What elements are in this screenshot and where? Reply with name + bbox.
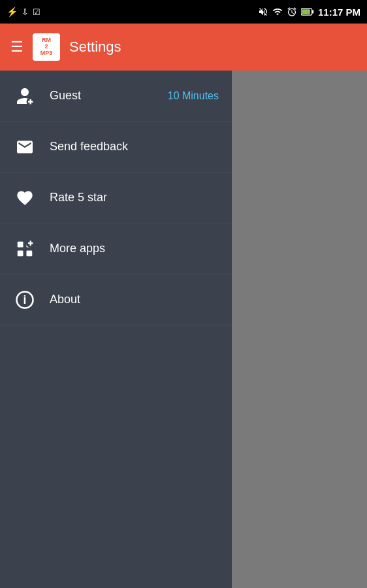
right-panel xyxy=(232,71,367,588)
status-bar: ⚡ ⇩ ☑ 11:17 PM xyxy=(0,0,367,24)
settings-item-rate-5-star[interactable]: Rate 5 star xyxy=(0,172,232,223)
settings-item-send-feedback[interactable]: Send feedback xyxy=(0,122,232,172)
settings-item-about[interactable]: i About xyxy=(0,274,232,325)
settings-item-more-apps[interactable]: More apps xyxy=(0,223,232,274)
user-icon xyxy=(13,84,37,108)
app-logo: RM 2 MP3 xyxy=(33,33,60,61)
heart-icon xyxy=(13,186,37,210)
status-right-icons: 11:17 PM xyxy=(258,7,360,18)
download-icon: ⇩ xyxy=(22,7,29,17)
guest-label: Guest xyxy=(50,89,168,103)
app-bar: ☰ RM 2 MP3 Settings xyxy=(0,24,367,71)
mute-icon xyxy=(258,7,268,17)
more-apps-label: More apps xyxy=(50,242,219,255)
svg-rect-1 xyxy=(312,10,314,14)
settings-item-guest[interactable]: Guest 10 Minutes xyxy=(0,71,232,122)
usb-icon: ⚡ xyxy=(7,7,18,17)
about-label: About xyxy=(50,293,219,306)
svg-rect-7 xyxy=(18,250,24,256)
task-icon: ☑ xyxy=(33,7,40,17)
rate-5-star-label: Rate 5 star xyxy=(50,191,219,204)
status-time: 11:17 PM xyxy=(318,7,360,18)
svg-rect-2 xyxy=(302,9,310,14)
settings-panel: Guest 10 Minutes Send feedback Rate 5 st… xyxy=(0,71,232,588)
svg-rect-9 xyxy=(27,250,33,256)
send-feedback-label: Send feedback xyxy=(50,140,219,154)
status-left-icons: ⚡ ⇩ ☑ xyxy=(7,7,40,17)
mail-icon xyxy=(13,135,37,159)
svg-text:i: i xyxy=(24,293,27,306)
alarm-icon xyxy=(287,7,297,17)
info-icon: i xyxy=(13,288,37,312)
main-layout: Guest 10 Minutes Send feedback Rate 5 st… xyxy=(0,71,367,588)
wifi-icon xyxy=(272,7,283,17)
svg-rect-6 xyxy=(18,241,24,247)
guest-value: 10 Minutes xyxy=(168,90,219,102)
battery-icon xyxy=(301,7,314,16)
hamburger-icon[interactable]: ☰ xyxy=(10,39,24,56)
app-title: Settings xyxy=(69,39,121,56)
grid-icon xyxy=(13,237,37,261)
